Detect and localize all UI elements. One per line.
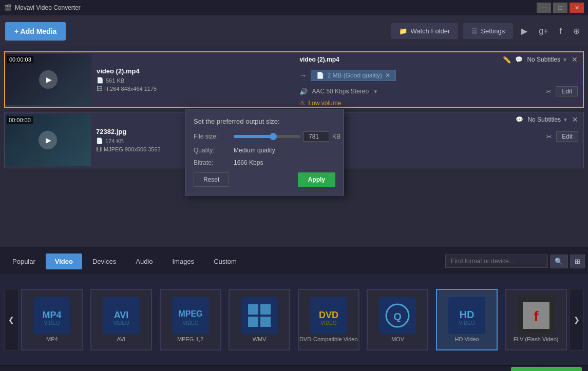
media-right-top-1: video (2).mp4 ✏️ 💬 No Subtitles ▼ ✕ [294, 52, 583, 67]
remove-button-2[interactable]: ✕ [572, 115, 578, 124]
quality-value: Medium quality [234, 147, 275, 154]
titlebar: 🎬 Movavi Video Converter ─ □ ✕ [0, 0, 588, 15]
reset-button[interactable]: Reset [194, 172, 229, 187]
subtitle-dropdown-1[interactable]: No Subtitles ▼ [527, 56, 567, 63]
warning-row-1: ⚠ Low volume [294, 99, 583, 108]
toolbar: + Add Media 📁 Watch Folder ☰ Settings ▶ … [0, 15, 588, 47]
format-item-flv[interactable]: f FLV (Flash Video) [505, 289, 567, 350]
subtitle-dropdown-2[interactable]: No Subtitles ▼ [527, 116, 568, 123]
edit-audio-button-2[interactable]: Edit [556, 131, 578, 142]
play-button-1[interactable] [39, 70, 58, 89]
bitrate-label: Bitrate: [194, 159, 230, 166]
svg-text:VIDEO: VIDEO [320, 320, 336, 326]
tab-popular[interactable]: Popular [3, 253, 45, 269]
flv-icon: f [518, 297, 555, 334]
quality-row: Quality: Medium quality [194, 147, 335, 154]
svg-text:f: f [534, 308, 539, 324]
search-button[interactable]: 🔍 [550, 255, 568, 268]
quality-label: Quality: [194, 147, 230, 154]
svg-text:VIDEO: VIDEO [182, 320, 198, 326]
svg-text:VIDEO: VIDEO [113, 320, 129, 326]
svg-text:Q: Q [394, 311, 402, 322]
search-box: 🔍 ⊞ [445, 255, 585, 268]
popup-title: Set the preferred output size: [194, 118, 335, 125]
google-plus-button[interactable]: g+ [536, 25, 551, 38]
remove-button-1[interactable]: ✕ [572, 55, 578, 64]
file-icon-2: 📄 [96, 138, 103, 144]
svg-text:VIDEO: VIDEO [459, 320, 475, 326]
mov-label: MOV [391, 336, 404, 342]
tab-devices[interactable]: Devices [83, 253, 125, 269]
format-item-mpeg[interactable]: MPEG VIDEO MPEG-1,2 [160, 289, 221, 350]
main-area: 00:00:03 video (2).mp4 📄 561 KB 🎞 H.264 … [0, 47, 588, 247]
format-item-avi[interactable]: AVI VIDEO AVI [90, 289, 152, 350]
tab-images[interactable]: Images [163, 253, 203, 269]
tab-custom[interactable]: Custom [204, 253, 246, 269]
convert-button[interactable]: ↻ Convert [511, 367, 582, 371]
format-item-hdvideo[interactable]: HD VIDEO HD Video [436, 289, 498, 350]
mp4-icon: MP4 VIDEO [33, 297, 70, 334]
search-input[interactable] [445, 255, 548, 268]
flv-label: FLV (Flash Video) [514, 336, 559, 342]
folder-watch-icon: 📁 [399, 27, 407, 35]
youtube-button[interactable]: ▶ [518, 24, 530, 38]
arrow-icon-1: → [299, 71, 307, 80]
edit-audio-button-1[interactable]: Edit [556, 86, 578, 96]
svg-text:HD: HD [460, 309, 475, 320]
svg-text:MP4: MP4 [43, 310, 62, 320]
more-button[interactable]: ⊕ [570, 24, 583, 38]
mpeg-label: MPEG-1,2 [177, 336, 203, 342]
file-icon-1: 📄 [97, 77, 104, 84]
edit-icon-1[interactable]: ✏️ [503, 56, 511, 64]
scissors-icon-1[interactable]: ✂ [546, 88, 552, 95]
svg-rect-10 [248, 304, 258, 315]
format-item-wmv[interactable]: WMV [229, 289, 290, 350]
film-icon-2: 🎞 [96, 146, 102, 152]
media-thumbnail-1: 00:00:03 [5, 54, 91, 105]
audio-row-1: 🔊 AAC 50 Kbps Stereo ▼ ✂ Edit [294, 84, 583, 99]
svg-text:AVI: AVI [114, 310, 129, 320]
avi-icon: AVI VIDEO [103, 297, 140, 334]
file-size-input[interactable]: 781 [304, 131, 329, 142]
file-icon-badge-1: 📄 [316, 72, 324, 79]
watch-folder-button[interactable]: 📁 Watch Folder [391, 23, 458, 39]
svg-text:MPEG: MPEG [178, 309, 202, 318]
svg-rect-12 [248, 317, 258, 327]
prev-formats-button[interactable]: ❮ [4, 289, 18, 350]
svg-rect-13 [260, 317, 271, 327]
media-time-1: 00:00:03 [7, 56, 33, 63]
tab-audio[interactable]: Audio [126, 253, 162, 269]
film-icon-1: 🎞 [97, 86, 102, 92]
file-size-slider-wrap[interactable]: 781 KB [234, 131, 340, 142]
bitrate-value: 1666 Kbps [234, 159, 263, 166]
tab-video[interactable]: Video [46, 253, 82, 269]
chevron-down-icon-1: ▼ [562, 57, 567, 63]
play-button-2[interactable] [39, 131, 57, 149]
subtitle-icon-2: 💬 [516, 116, 523, 123]
scissors-icon-2[interactable]: ✂ [546, 133, 552, 141]
minimize-button[interactable]: ─ [537, 3, 551, 13]
wmv-label: WMV [253, 336, 267, 342]
format-item-mp4[interactable]: MP4 VIDEO MP4 [21, 289, 83, 350]
media-name-1: video (2).mp4 [97, 67, 289, 75]
file-size-slider[interactable] [234, 135, 300, 138]
titlebar-controls[interactable]: ─ □ ✕ [537, 3, 584, 13]
media-thumbnail-2: 00:00:00 [5, 114, 91, 166]
facebook-button[interactable]: f [557, 25, 565, 38]
size-badge-1[interactable]: 📄 2 MB (Good quality) ✕ [311, 70, 396, 81]
svg-rect-11 [260, 304, 271, 315]
mpeg-icon: MPEG VIDEO [172, 297, 209, 334]
bottom-bar: Output format: MP4 H.264 - HD 720p ⚙ Joi… [0, 365, 588, 371]
media-item-1[interactable]: 00:00:03 video (2).mp4 📄 561 KB 🎞 H.264 … [4, 51, 584, 108]
maximize-button[interactable]: □ [553, 3, 567, 13]
format-item-dvd[interactable]: DVD VIDEO DVD-Compatible Video [298, 289, 359, 350]
add-media-button[interactable]: + Add Media [5, 22, 66, 41]
format-tabs: Popular Video Devices Audio Images Custo… [0, 248, 588, 274]
apply-button[interactable]: Apply [298, 172, 335, 187]
next-formats-button[interactable]: ❯ [570, 289, 584, 350]
close-button[interactable]: ✕ [570, 3, 584, 13]
format-item-mov[interactable]: Q MOV [367, 289, 428, 350]
settings-button[interactable]: ☰ Settings [463, 23, 513, 39]
close-badge-button-1[interactable]: ✕ [385, 72, 390, 79]
grid-view-button[interactable]: ⊞ [570, 255, 585, 268]
